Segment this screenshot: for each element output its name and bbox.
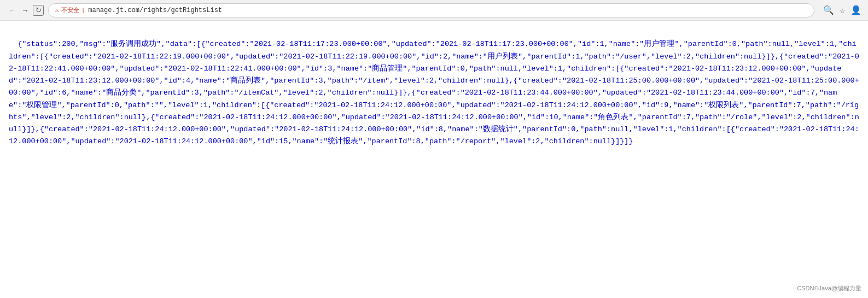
user-icon[interactable]: 👤 (850, 5, 861, 16)
url-text: manage.jt.com/rights/getRightsList (88, 7, 222, 14)
forward-button[interactable]: → (20, 5, 31, 16)
star-icon[interactable]: ☆ (840, 5, 845, 16)
refresh-button[interactable]: ↻ (33, 5, 44, 16)
back-button[interactable]: ← (7, 5, 18, 16)
toolbar-icons: 🔍 ☆ 👤 (823, 5, 861, 16)
browser-chrome: ← → ↻ ⚠ 不安全 | manage.jt.com/rights/getRi… (0, 0, 868, 21)
address-bar[interactable]: ⚠ 不安全 | manage.jt.com/rights/getRightsLi… (48, 3, 814, 17)
security-indicator: ⚠ 不安全 | (55, 6, 85, 14)
content-area: {"status":200,"msg":"服务调用成功","data":[{"c… (0, 21, 868, 298)
nav-buttons: ← → ↻ (7, 5, 44, 16)
separator: | (81, 7, 85, 14)
json-content: {"status":200,"msg":"服务调用成功","data":[{"c… (9, 40, 859, 145)
search-icon[interactable]: 🔍 (823, 5, 834, 16)
security-label: 不安全 (61, 6, 79, 14)
watermark: CSDN©Java@编程力量 (797, 284, 861, 293)
lock-icon: ⚠ (55, 7, 59, 14)
